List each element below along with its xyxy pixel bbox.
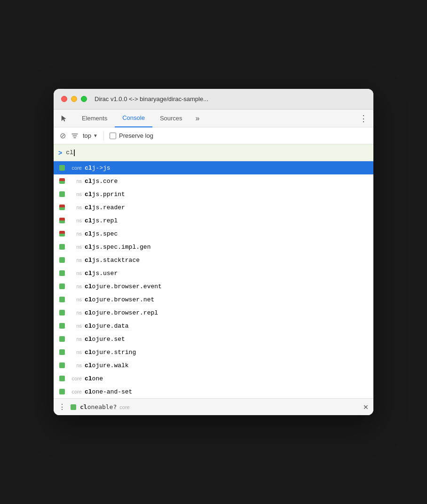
item-icon (59, 323, 65, 329)
footer-menu-button[interactable]: ⋮ (58, 402, 66, 411)
titlebar: Dirac v1.0.0 <-> binaryage/dirac-sample.… (54, 89, 373, 110)
devtools-menu-button[interactable]: ⋮ (357, 113, 370, 124)
context-label: top (83, 132, 91, 139)
dropdown-arrow-icon: ▼ (93, 133, 98, 138)
block-icon[interactable]: ⊘ (58, 132, 67, 140)
close-button[interactable] (61, 96, 67, 102)
autocomplete-item[interactable]: ns clojure.data (54, 319, 373, 332)
minimize-button[interactable] (71, 96, 77, 102)
item-icon (59, 362, 65, 368)
item-icon (59, 231, 65, 236)
autocomplete-item[interactable]: ns cljs.reader (54, 201, 373, 214)
autocomplete-item[interactable]: ns cljs.user (54, 267, 373, 280)
context-dropdown[interactable]: top ▼ (83, 132, 98, 139)
maximize-button[interactable] (81, 96, 87, 102)
autocomplete-item[interactable]: ns cljs.spec (54, 227, 373, 240)
tab-elements[interactable]: Elements (74, 110, 115, 127)
autocomplete-item[interactable]: core clone-and-set (54, 385, 373, 398)
tab-sources[interactable]: Sources (152, 110, 190, 127)
footer-status-icon (71, 404, 76, 410)
autocomplete-item[interactable]: ns clojure.string (54, 346, 373, 359)
preserve-log-checkbox[interactable] (110, 133, 116, 139)
item-icon (59, 178, 65, 184)
tab-console[interactable]: Console (115, 110, 152, 127)
item-icon (59, 310, 65, 315)
console-input-row: > cl (54, 144, 373, 161)
autocomplete-item[interactable]: core clj->js (54, 161, 373, 174)
item-icon (59, 191, 65, 197)
autocomplete-item[interactable]: ns clojure.set (54, 332, 373, 346)
autocomplete-item[interactable]: ns cljs.spec.impl.gen (54, 240, 373, 253)
preserve-log-label: Preserve log (119, 132, 153, 139)
text-cursor (74, 150, 75, 156)
item-icon (59, 284, 65, 289)
devtools-body: Elements Console Sources » ⋮ ⊘ top ▼ (54, 110, 373, 415)
traffic-lights (61, 96, 87, 102)
item-icon (59, 244, 65, 250)
item-icon (59, 257, 65, 263)
cursor-icon (57, 112, 71, 125)
autocomplete-item[interactable]: ns cljs.stacktrace (54, 253, 373, 267)
footer-type-label: core (119, 404, 129, 410)
prompt-icon: > (58, 149, 62, 157)
autocomplete-item[interactable]: ns cljs.pprint (54, 188, 373, 201)
console-input[interactable]: cl (66, 149, 75, 156)
item-icon (59, 297, 65, 302)
autocomplete-item[interactable]: core clone (54, 372, 373, 385)
item-icon (59, 336, 65, 342)
autocomplete-item[interactable]: ns cljs.repl (54, 214, 373, 227)
devtools-footer: ⋮ cloneable? core ✕ (54, 398, 373, 415)
autocomplete-item[interactable]: ns cljs.core (54, 174, 373, 188)
autocomplete-item[interactable]: ns clojure.walk (54, 359, 373, 372)
close-autocomplete-button[interactable]: ✕ (363, 403, 369, 411)
autocomplete-dropdown: core clj->js ns cljs.core ns cljs.pprint… (54, 161, 373, 398)
console-toolbar: ⊘ top ▼ Preserve log (54, 127, 373, 144)
autocomplete-item[interactable]: ns clojure.browser.event (54, 280, 373, 293)
item-icon (59, 218, 65, 223)
item-icon (59, 165, 65, 171)
preserve-log-toggle[interactable]: Preserve log (110, 132, 153, 139)
item-icon (59, 205, 65, 210)
toolbar-separator (103, 131, 104, 141)
item-icon (59, 349, 65, 355)
autocomplete-item[interactable]: ns clojure.browser.repl (54, 306, 373, 319)
autocomplete-item[interactable]: ns clojure.browser.net (54, 293, 373, 306)
footer-last-item: cloneable? (80, 403, 117, 410)
item-icon (59, 389, 65, 394)
tab-more-button[interactable]: » (192, 114, 204, 123)
tab-bar: Elements Console Sources » ⋮ (54, 110, 373, 127)
item-icon (59, 270, 65, 276)
filter-icon[interactable] (71, 132, 79, 140)
item-icon (59, 376, 65, 381)
window-title: Dirac v1.0.0 <-> binaryage/dirac-sample.… (95, 95, 208, 102)
devtools-window: Dirac v1.0.0 <-> binaryage/dirac-sample.… (54, 89, 373, 415)
